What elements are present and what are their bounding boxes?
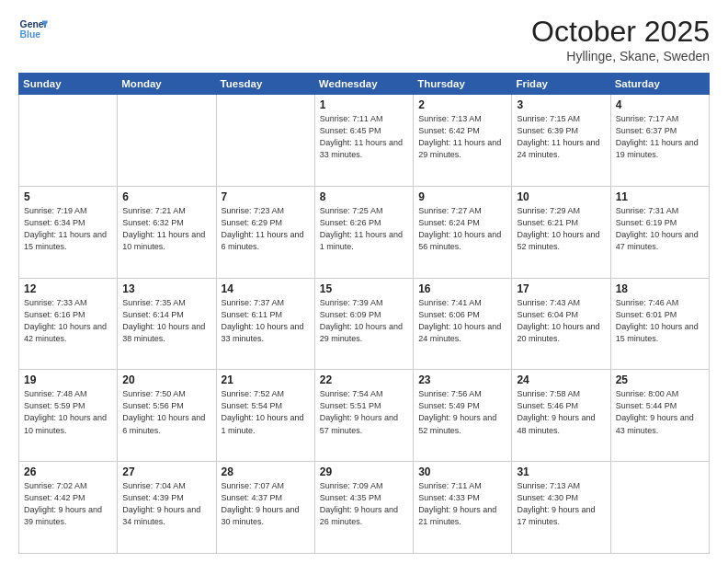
col-header-sunday: Sunday bbox=[19, 74, 118, 95]
day-info: Sunrise: 7:29 AMSunset: 6:21 PMDaylight:… bbox=[517, 205, 605, 253]
day-number: 31 bbox=[517, 465, 605, 478]
calendar-cell bbox=[610, 462, 709, 554]
calendar-cell: 16Sunrise: 7:41 AMSunset: 6:06 PMDayligh… bbox=[414, 278, 512, 370]
day-info: Sunrise: 7:50 AMSunset: 5:56 PMDaylight:… bbox=[122, 388, 210, 436]
day-info: Sunrise: 7:41 AMSunset: 6:06 PMDaylight:… bbox=[418, 297, 506, 345]
week-row-5: 26Sunrise: 7:02 AMSunset: 4:42 PMDayligh… bbox=[19, 462, 710, 554]
week-row-1: 1Sunrise: 7:11 AMSunset: 6:45 PMDaylight… bbox=[19, 95, 710, 187]
day-info: Sunrise: 7:35 AMSunset: 6:14 PMDaylight:… bbox=[122, 297, 210, 345]
day-info: Sunrise: 7:07 AMSunset: 4:37 PMDaylight:… bbox=[222, 480, 310, 528]
day-number: 10 bbox=[517, 190, 605, 203]
day-number: 21 bbox=[222, 373, 310, 386]
day-number: 4 bbox=[616, 98, 704, 111]
header-row: SundayMondayTuesdayWednesdayThursdayFrid… bbox=[19, 74, 710, 95]
day-number: 29 bbox=[320, 465, 408, 478]
day-info: Sunrise: 7:31 AMSunset: 6:19 PMDaylight:… bbox=[616, 205, 704, 253]
calendar-cell: 8Sunrise: 7:25 AMSunset: 6:26 PMDaylight… bbox=[314, 186, 413, 278]
logo-icon: General Blue bbox=[18, 15, 48, 44]
day-info: Sunrise: 7:39 AMSunset: 6:09 PMDaylight:… bbox=[320, 297, 408, 345]
month-title: October 2025 bbox=[531, 15, 710, 49]
day-info: Sunrise: 7:46 AMSunset: 6:01 PMDaylight:… bbox=[616, 297, 704, 345]
calendar-cell: 25Sunrise: 8:00 AMSunset: 5:44 PMDayligh… bbox=[610, 370, 709, 462]
day-number: 11 bbox=[616, 190, 704, 203]
day-info: Sunrise: 7:25 AMSunset: 6:26 PMDaylight:… bbox=[320, 205, 408, 253]
day-number: 7 bbox=[222, 190, 310, 203]
day-info: Sunrise: 7:11 AMSunset: 4:33 PMDaylight:… bbox=[418, 480, 506, 528]
calendar-cell: 30Sunrise: 7:11 AMSunset: 4:33 PMDayligh… bbox=[414, 462, 512, 554]
day-number: 19 bbox=[24, 373, 112, 386]
day-number: 12 bbox=[24, 282, 112, 295]
calendar-cell: 19Sunrise: 7:48 AMSunset: 5:59 PMDayligh… bbox=[19, 370, 118, 462]
calendar-cell: 31Sunrise: 7:13 AMSunset: 4:30 PMDayligh… bbox=[512, 462, 610, 554]
day-number: 5 bbox=[24, 190, 112, 203]
calendar-cell: 23Sunrise: 7:56 AMSunset: 5:49 PMDayligh… bbox=[414, 370, 512, 462]
day-number: 9 bbox=[418, 190, 506, 203]
day-number: 17 bbox=[517, 282, 605, 295]
day-number: 26 bbox=[24, 465, 112, 478]
subtitle: Hyllinge, Skane, Sweden bbox=[531, 49, 710, 63]
day-info: Sunrise: 7:21 AMSunset: 6:32 PMDaylight:… bbox=[122, 205, 210, 253]
calendar-cell: 2Sunrise: 7:13 AMSunset: 6:42 PMDaylight… bbox=[414, 95, 512, 187]
calendar-cell: 6Sunrise: 7:21 AMSunset: 6:32 PMDaylight… bbox=[118, 186, 216, 278]
day-number: 8 bbox=[320, 190, 408, 203]
day-number: 28 bbox=[222, 465, 310, 478]
day-info: Sunrise: 7:13 AMSunset: 4:30 PMDaylight:… bbox=[517, 480, 605, 528]
col-header-friday: Friday bbox=[512, 74, 610, 95]
calendar-table: SundayMondayTuesdayWednesdayThursdayFrid… bbox=[18, 73, 710, 554]
header: General Blue October 2025 Hyllinge, Skan… bbox=[18, 15, 710, 63]
col-header-monday: Monday bbox=[118, 74, 216, 95]
day-info: Sunrise: 7:56 AMSunset: 5:49 PMDaylight:… bbox=[418, 388, 506, 436]
calendar-cell: 27Sunrise: 7:04 AMSunset: 4:39 PMDayligh… bbox=[118, 462, 216, 554]
day-info: Sunrise: 7:27 AMSunset: 6:24 PMDaylight:… bbox=[418, 205, 506, 253]
calendar-cell: 22Sunrise: 7:54 AMSunset: 5:51 PMDayligh… bbox=[314, 370, 413, 462]
logo: General Blue bbox=[18, 15, 48, 44]
day-number: 18 bbox=[616, 282, 704, 295]
calendar-cell: 29Sunrise: 7:09 AMSunset: 4:35 PMDayligh… bbox=[314, 462, 413, 554]
day-number: 1 bbox=[320, 98, 408, 111]
calendar-cell: 13Sunrise: 7:35 AMSunset: 6:14 PMDayligh… bbox=[118, 278, 216, 370]
day-info: Sunrise: 7:58 AMSunset: 5:46 PMDaylight:… bbox=[517, 388, 605, 436]
calendar-cell: 17Sunrise: 7:43 AMSunset: 6:04 PMDayligh… bbox=[512, 278, 610, 370]
day-number: 6 bbox=[122, 190, 210, 203]
day-info: Sunrise: 7:09 AMSunset: 4:35 PMDaylight:… bbox=[320, 480, 408, 528]
day-number: 16 bbox=[418, 282, 506, 295]
day-info: Sunrise: 7:13 AMSunset: 6:42 PMDaylight:… bbox=[418, 113, 506, 161]
col-header-thursday: Thursday bbox=[414, 74, 512, 95]
calendar-cell: 5Sunrise: 7:19 AMSunset: 6:34 PMDaylight… bbox=[19, 186, 118, 278]
calendar-cell: 7Sunrise: 7:23 AMSunset: 6:29 PMDaylight… bbox=[216, 186, 314, 278]
calendar-cell: 1Sunrise: 7:11 AMSunset: 6:45 PMDaylight… bbox=[314, 95, 413, 187]
col-header-tuesday: Tuesday bbox=[216, 74, 314, 95]
col-header-wednesday: Wednesday bbox=[314, 74, 413, 95]
col-header-saturday: Saturday bbox=[610, 74, 709, 95]
calendar-cell: 26Sunrise: 7:02 AMSunset: 4:42 PMDayligh… bbox=[19, 462, 118, 554]
title-block: October 2025 Hyllinge, Skane, Sweden bbox=[531, 15, 710, 63]
day-info: Sunrise: 7:23 AMSunset: 6:29 PMDaylight:… bbox=[222, 205, 310, 253]
calendar-cell: 11Sunrise: 7:31 AMSunset: 6:19 PMDayligh… bbox=[610, 186, 709, 278]
day-info: Sunrise: 7:52 AMSunset: 5:54 PMDaylight:… bbox=[222, 388, 310, 436]
day-info: Sunrise: 7:02 AMSunset: 4:42 PMDaylight:… bbox=[24, 480, 112, 528]
day-number: 13 bbox=[122, 282, 210, 295]
calendar-cell: 14Sunrise: 7:37 AMSunset: 6:11 PMDayligh… bbox=[216, 278, 314, 370]
day-info: Sunrise: 7:15 AMSunset: 6:39 PMDaylight:… bbox=[517, 113, 605, 161]
page: General Blue October 2025 Hyllinge, Skan… bbox=[0, 0, 728, 563]
calendar-cell: 18Sunrise: 7:46 AMSunset: 6:01 PMDayligh… bbox=[610, 278, 709, 370]
calendar-cell: 24Sunrise: 7:58 AMSunset: 5:46 PMDayligh… bbox=[512, 370, 610, 462]
day-number: 30 bbox=[418, 465, 506, 478]
calendar-cell bbox=[216, 95, 314, 187]
calendar-cell: 10Sunrise: 7:29 AMSunset: 6:21 PMDayligh… bbox=[512, 186, 610, 278]
day-number: 27 bbox=[122, 465, 210, 478]
day-info: Sunrise: 7:19 AMSunset: 6:34 PMDaylight:… bbox=[24, 205, 112, 253]
day-info: Sunrise: 7:17 AMSunset: 6:37 PMDaylight:… bbox=[616, 113, 704, 161]
day-number: 22 bbox=[320, 373, 408, 386]
calendar-cell: 28Sunrise: 7:07 AMSunset: 4:37 PMDayligh… bbox=[216, 462, 314, 554]
day-number: 20 bbox=[122, 373, 210, 386]
day-info: Sunrise: 7:11 AMSunset: 6:45 PMDaylight:… bbox=[320, 113, 408, 161]
day-number: 2 bbox=[418, 98, 506, 111]
week-row-4: 19Sunrise: 7:48 AMSunset: 5:59 PMDayligh… bbox=[19, 370, 710, 462]
calendar-cell: 4Sunrise: 7:17 AMSunset: 6:37 PMDaylight… bbox=[610, 95, 709, 187]
calendar-cell bbox=[118, 95, 216, 187]
calendar-cell: 20Sunrise: 7:50 AMSunset: 5:56 PMDayligh… bbox=[118, 370, 216, 462]
calendar-cell: 9Sunrise: 7:27 AMSunset: 6:24 PMDaylight… bbox=[414, 186, 512, 278]
calendar-cell: 3Sunrise: 7:15 AMSunset: 6:39 PMDaylight… bbox=[512, 95, 610, 187]
calendar-cell: 21Sunrise: 7:52 AMSunset: 5:54 PMDayligh… bbox=[216, 370, 314, 462]
